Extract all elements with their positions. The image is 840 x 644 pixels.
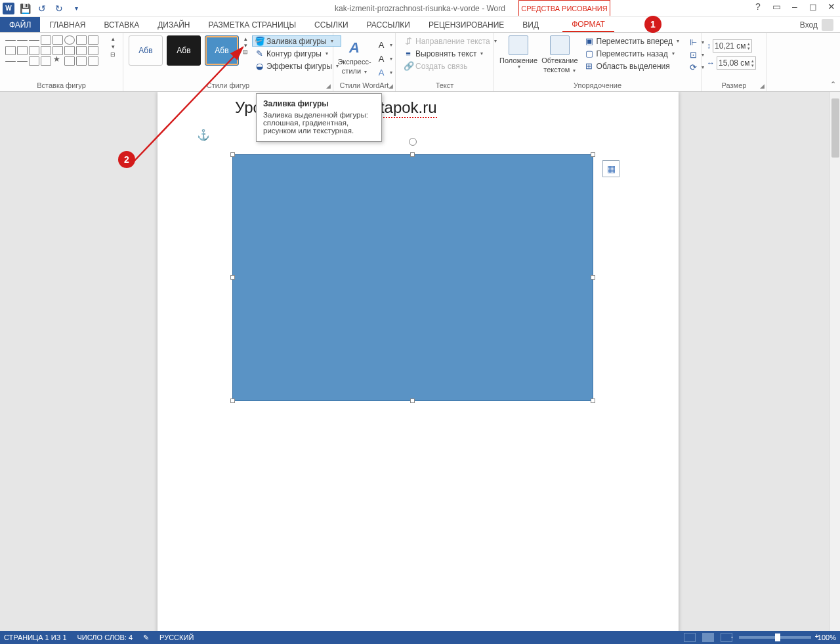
status-page[interactable]: СТРАНИЦА 1 ИЗ 1 xyxy=(4,633,67,641)
shape-effects-button[interactable]: ◒Эффекты фигуры▾ xyxy=(252,60,341,72)
quick-styles-button[interactable]: A Экспресс- стили ▾ xyxy=(339,40,370,75)
status-word-count[interactable]: ЧИСЛО СЛОВ: 4 xyxy=(77,633,133,641)
text-outline-button[interactable]: A▾ xyxy=(374,53,395,64)
text-fill-button[interactable]: A▾ xyxy=(374,39,395,51)
dialog-launcher-icon[interactable]: ◢ xyxy=(760,83,765,89)
group-label-text: Текст xyxy=(401,80,488,91)
resize-handle[interactable] xyxy=(591,275,595,280)
create-link-button: 🔗Создать связь xyxy=(401,60,499,72)
effects-icon: ◒ xyxy=(255,61,264,71)
ribbon: ▴▾⊟ Вставка фигур Абв Абв Абв ▴▾⊟ 🪣Залив… xyxy=(0,33,840,92)
group-shape-styles: Абв Абв Абв ▴▾⊟ 🪣Заливка фигуры▾ ✎Контур… xyxy=(123,33,333,91)
tab-format[interactable]: ФОРМАТ xyxy=(562,17,614,32)
bring-forward-button[interactable]: ▣Переместить вперед▾ xyxy=(582,35,682,47)
tab-home[interactable]: ГЛАВНАЯ xyxy=(40,17,94,32)
status-proofing-icon[interactable]: ✎ xyxy=(143,633,149,642)
tab-insert[interactable]: ВСТАВКА xyxy=(94,17,148,32)
shape-style-gallery[interactable]: Абв Абв Абв xyxy=(129,35,239,66)
help-icon[interactable]: ? xyxy=(752,1,764,12)
dialog-launcher-icon[interactable]: ◢ xyxy=(326,83,331,89)
maximize-icon[interactable]: ◻ xyxy=(807,1,819,12)
group-label-insert-shapes: Вставка фигур xyxy=(5,80,117,91)
shape-outline-button[interactable]: ✎Контур фигуры▾ xyxy=(252,48,341,59)
tab-page-layout[interactable]: РАЗМЕТКА СТРАНИЦЫ xyxy=(200,17,306,32)
minimize-icon[interactable]: – xyxy=(789,1,801,12)
width-icon: ↔ xyxy=(707,58,715,68)
pencil-icon: ✎ xyxy=(255,49,264,58)
tab-view[interactable]: ВИД xyxy=(513,17,548,32)
resize-handle[interactable] xyxy=(230,398,235,403)
status-language[interactable]: РУССКИЙ xyxy=(159,633,194,641)
resize-handle[interactable] xyxy=(230,152,235,157)
tab-references[interactable]: ССЫЛКИ xyxy=(305,17,357,32)
tooltip-title: Заливка фигуры xyxy=(263,99,375,108)
position-button[interactable]: Положение▾ xyxy=(499,35,537,70)
collapse-ribbon-icon[interactable]: ⌃ xyxy=(830,80,836,89)
zoom-slider-knob[interactable] xyxy=(775,633,780,641)
height-icon: ↕ xyxy=(707,41,711,51)
resize-handle[interactable] xyxy=(410,398,415,403)
zoom-slider[interactable] xyxy=(739,636,811,639)
scrollbar-thumb[interactable] xyxy=(831,98,839,158)
group-size: ↕ 10,21 см▴▾ ↔ 15,08 см▴▾ Размер ◢ xyxy=(702,33,767,91)
send-backward-icon: ▢ xyxy=(585,49,594,58)
save-icon[interactable]: 💾 xyxy=(18,2,32,15)
shape-fill-button[interactable]: 🪣Заливка фигуры▾ xyxy=(252,35,341,47)
selection-pane-button[interactable]: ⊞Область выделения xyxy=(582,60,682,72)
shape-height-field[interactable]: ↕ 10,21 см▴▾ xyxy=(707,39,752,53)
shape-style-gallery-more[interactable]: ▴▾⊟ xyxy=(243,35,248,55)
close-icon[interactable]: ✕ xyxy=(826,1,837,12)
view-read-mode-button[interactable] xyxy=(684,633,696,642)
tab-mailings[interactable]: РАССЫЛКИ xyxy=(358,17,419,32)
vertical-scrollbar[interactable] xyxy=(830,92,840,631)
sign-in-label: Вход xyxy=(800,20,818,30)
group-label-arrange: Упорядочение xyxy=(499,80,696,91)
resize-handle[interactable] xyxy=(230,275,235,280)
tab-file[interactable]: ФАЙЛ xyxy=(0,17,40,32)
quick-access-toolbar: W 💾 ↺ ↻ ▾ xyxy=(0,2,83,15)
avatar-icon xyxy=(822,19,833,31)
qat-more-icon[interactable]: ▾ xyxy=(70,2,83,15)
contextual-tab-title: СРЕДСТВА РИСОВАНИЯ xyxy=(518,0,610,16)
sign-in[interactable]: Вход xyxy=(800,17,833,33)
style-thumb-3[interactable]: Абв xyxy=(205,35,239,66)
group-wordart-styles: A Экспресс- стили ▾ A▾ A▾ A▾ Стили WordA… xyxy=(333,33,396,91)
style-thumb-2[interactable]: Абв xyxy=(167,35,201,66)
link-icon: 🔗 xyxy=(404,61,413,71)
align-text-button[interactable]: ≡Выровнять текст▾ xyxy=(401,48,499,59)
send-backward-button[interactable]: ▢Переместить назад▾ xyxy=(582,48,682,59)
status-bar: СТРАНИЦА 1 ИЗ 1 ЧИСЛО СЛОВ: 4 ✎ РУССКИЙ … xyxy=(0,631,840,644)
tab-design[interactable]: ДИЗАЙН xyxy=(148,17,199,32)
group-label-size: Размер xyxy=(707,80,761,91)
align-text-icon: ≡ xyxy=(404,49,413,58)
dialog-launcher-icon[interactable]: ◢ xyxy=(388,83,393,89)
annotation-callout-2: 2 xyxy=(118,151,135,168)
wrap-text-button[interactable]: Обтекание текстом ▾ xyxy=(541,35,578,74)
group-insert-shapes: ▴▾⊟ Вставка фигур xyxy=(0,33,123,91)
shape-width-field[interactable]: ↔ 15,08 см▴▾ xyxy=(707,56,756,70)
resize-handle[interactable] xyxy=(591,152,595,157)
redo-icon[interactable]: ↻ xyxy=(52,2,66,15)
selected-rectangle-shape[interactable] xyxy=(232,154,593,401)
group-label-shape-styles: Стили фигур xyxy=(129,80,327,91)
layout-options-button[interactable]: ▦ xyxy=(602,160,620,177)
page[interactable]: Уроxxxxxxxxxxxxxxxtapok.ru ⚓ ▦ xyxy=(158,92,679,631)
ribbon-options-icon[interactable]: ▭ xyxy=(770,1,782,12)
align-icon: ⊩ xyxy=(688,37,698,47)
ribbon-tabs: ФАЙЛ ГЛАВНАЯ ВСТАВКА ДИЗАЙН РАЗМЕТКА СТР… xyxy=(0,17,840,33)
zoom-percent[interactable]: 100% xyxy=(818,633,836,641)
group-icon: ⊡ xyxy=(688,50,698,60)
view-print-layout-button[interactable] xyxy=(702,633,714,642)
resize-handle[interactable] xyxy=(591,398,595,403)
resize-handle[interactable] xyxy=(410,152,415,157)
style-thumb-1[interactable]: Абв xyxy=(129,35,163,66)
text-effects-button[interactable]: A▾ xyxy=(374,67,395,78)
shapes-gallery[interactable] xyxy=(5,35,104,66)
undo-icon[interactable]: ↺ xyxy=(35,2,49,15)
rotate-handle[interactable] xyxy=(409,138,417,146)
anchor-icon: ⚓ xyxy=(197,129,210,141)
tab-review[interactable]: РЕЦЕНЗИРОВАНИЕ xyxy=(419,17,513,32)
word-app-icon: W xyxy=(3,3,14,14)
shapes-gallery-more[interactable]: ▴▾⊟ xyxy=(109,35,117,58)
height-value: 10,21 см xyxy=(715,41,746,51)
